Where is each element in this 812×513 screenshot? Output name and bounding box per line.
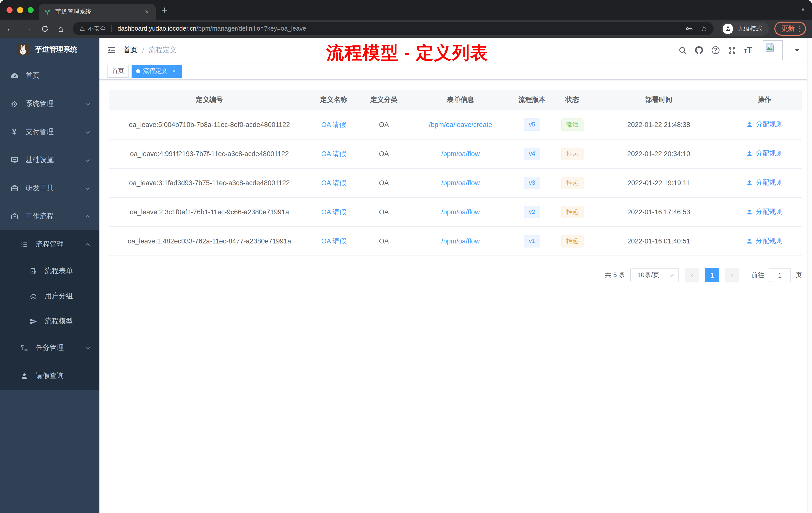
sidebar-item-label: 工作流程 (26, 212, 54, 221)
form-link[interactable]: /bpm/oa/flow (441, 237, 480, 245)
bookmark-star-icon[interactable]: ☆ (700, 24, 707, 33)
monitor-icon (10, 156, 19, 164)
assign-rule-button[interactable]: 分配规则 (746, 178, 783, 187)
pagination-total: 共 5 条 (605, 271, 625, 280)
sidebar-fold-icon[interactable] (107, 46, 116, 55)
avatar[interactable] (763, 40, 783, 60)
annotation-overlay: 流程模型 - 定义列表 (326, 41, 488, 65)
col-deploy-time: 部署时间 (591, 90, 727, 110)
chevron-up-icon (85, 242, 90, 247)
version-badge: v5 (524, 118, 540, 131)
definition-name-link[interactable]: OA 请假 (321, 208, 346, 216)
sidebar-item-payment[interactable]: ¥ 支付管理 (0, 118, 99, 146)
page-size-select[interactable]: 10条/页 (630, 268, 679, 282)
cell-definition-id: oa_leave:3:1fad3d93-7b75-11ec-a3c8-acde4… (109, 169, 310, 198)
form-link[interactable]: /bpm/oa/leave/create (429, 121, 492, 128)
address-bar[interactable]: ⚠ 不安全 dashboard.yudao.iocoder.cn/bpm/man… (73, 22, 714, 35)
sidebar-item-label: 系统管理 (26, 99, 54, 109)
breadcrumb-home[interactable]: 首页 (123, 46, 138, 55)
reload-icon[interactable] (41, 25, 49, 32)
breadcrumb-separator: / (142, 46, 144, 54)
form-link[interactable]: /bpm/oa/flow (441, 208, 480, 216)
sidebar-item-task-management[interactable]: 任务管理 (0, 334, 99, 362)
password-key-icon[interactable] (685, 25, 693, 33)
sidebar-item-home[interactable]: 首页 (0, 62, 99, 90)
breadcrumb-current: 流程定义 (149, 46, 177, 55)
version-badge: v3 (524, 176, 540, 189)
cell-category: OA (357, 110, 410, 139)
sidebar-item-label: 基础设施 (26, 156, 54, 164)
sidebar-item-process-management[interactable]: 流程管理 (0, 231, 99, 259)
incognito-badge: 无痕模式 (721, 22, 769, 36)
tab-close-icon[interactable]: × (143, 8, 151, 16)
dashboard-icon (10, 71, 19, 80)
navbar: 首页 / 流程定义 (99, 38, 812, 63)
update-button[interactable]: 更新 (775, 22, 806, 36)
definition-name-link[interactable]: OA 请假 (321, 179, 346, 186)
fullscreen-icon[interactable] (728, 46, 736, 55)
search-icon[interactable] (678, 46, 687, 55)
goto-page-input[interactable] (769, 268, 791, 282)
security-warning-icon[interactable]: ⚠ (80, 25, 85, 32)
gear-icon: ⚙ (10, 100, 19, 108)
cell-deploy-time: 2022-01-22 21:48:38 (591, 110, 727, 139)
paper-plane-icon (29, 317, 38, 326)
sidebar-item-process-form[interactable]: 流程表单 (0, 259, 99, 283)
yen-icon: ¥ (10, 128, 19, 136)
tab-search-icon[interactable]: ∨ (801, 6, 805, 12)
sidebar-item-process-model[interactable]: 流程模型 (0, 309, 99, 334)
forward-icon[interactable]: → (24, 25, 32, 33)
form-link[interactable]: /bpm/oa/flow (441, 179, 480, 187)
sidebar-item-devtools[interactable]: 研发工具 (0, 174, 99, 202)
page-unit-label: 页 (795, 271, 802, 280)
current-page-button[interactable]: 1 (705, 268, 719, 282)
form-link[interactable]: /bpm/oa/flow (441, 150, 480, 158)
url-path: /bpm/manager/definition?key=oa_leave (196, 25, 306, 32)
assign-rule-button[interactable]: 分配规则 (746, 149, 783, 158)
sidebar-item-workflow[interactable]: 工作流程 (0, 202, 99, 231)
cell-deploy-time: 2022-01-16 17:46:53 (591, 198, 727, 227)
assign-rule-button[interactable]: 分配规则 (746, 120, 783, 129)
chevron-down-icon (85, 129, 90, 135)
definition-name-link[interactable]: OA 请假 (321, 121, 346, 128)
github-icon[interactable] (695, 46, 703, 55)
tab-strip: 芋道管理系统 × + ∨ (0, 0, 812, 20)
definition-name-link[interactable]: OA 请假 (321, 237, 346, 245)
sidebar-item-system[interactable]: ⚙ 系统管理 (0, 90, 99, 118)
browser-menu-icon[interactable] (799, 25, 801, 32)
minimize-window-button[interactable] (17, 7, 23, 13)
browser-toolbar: ← → ⌂ ⚠ 不安全 dashboard.yudao.iocoder.cn/b… (0, 20, 812, 38)
sidebar-item-leave-query[interactable]: 请假查询 (0, 362, 99, 390)
sidebar-item-user-group[interactable]: 用户分组 (0, 283, 99, 309)
font-size-icon[interactable]: TT (744, 45, 752, 55)
assign-rule-button[interactable]: 分配规则 (746, 208, 783, 217)
avatar-caret-icon[interactable] (794, 49, 800, 52)
definition-table: 定义编号 定义名称 定义分类 表单信息 流程版本 状态 部署时间 操作 oa_l (109, 90, 802, 256)
version-badge: v4 (524, 147, 540, 160)
tag-process-definition[interactable]: 流程定义 × (132, 64, 182, 78)
table-row: oa_leave:4:991f2193-7b7f-11ec-a3c8-acde4… (109, 139, 802, 169)
page-scrollbar[interactable] (807, 38, 812, 513)
chevron-down-icon (85, 345, 90, 351)
tags-view: 首页 流程定义 × (99, 63, 812, 80)
tag-close-icon[interactable]: × (171, 67, 178, 74)
logo-rabbit-avatar (17, 44, 29, 55)
prev-page-button[interactable]: ‹ (685, 268, 699, 282)
close-window-button[interactable] (6, 7, 12, 13)
tag-home[interactable]: 首页 (108, 64, 128, 78)
browser-tab[interactable]: 芋道管理系统 × (39, 4, 156, 20)
app-title: 芋道管理系统 (35, 45, 77, 54)
table-row: oa_leave:1:482ec033-762a-11ec-8477-a2380… (109, 227, 802, 256)
table-header-row: 定义编号 定义名称 定义分类 表单信息 流程版本 状态 部署时间 操作 (109, 90, 802, 110)
help-icon[interactable] (711, 46, 720, 55)
back-icon[interactable]: ← (6, 25, 14, 33)
next-page-button[interactable]: › (725, 268, 739, 282)
definition-name-link[interactable]: OA 请假 (321, 150, 346, 157)
sidebar-logo[interactable]: 芋道管理系统 (0, 38, 99, 62)
zoom-window-button[interactable] (28, 7, 34, 13)
home-icon[interactable]: ⌂ (58, 24, 63, 33)
sidebar-item-infrastructure[interactable]: 基础设施 (0, 146, 99, 174)
assign-rule-button[interactable]: 分配规则 (746, 237, 783, 246)
cell-definition-id: oa_leave:1:482ec033-762a-11ec-8477-a2380… (109, 227, 310, 256)
new-tab-button[interactable]: + (162, 3, 168, 17)
